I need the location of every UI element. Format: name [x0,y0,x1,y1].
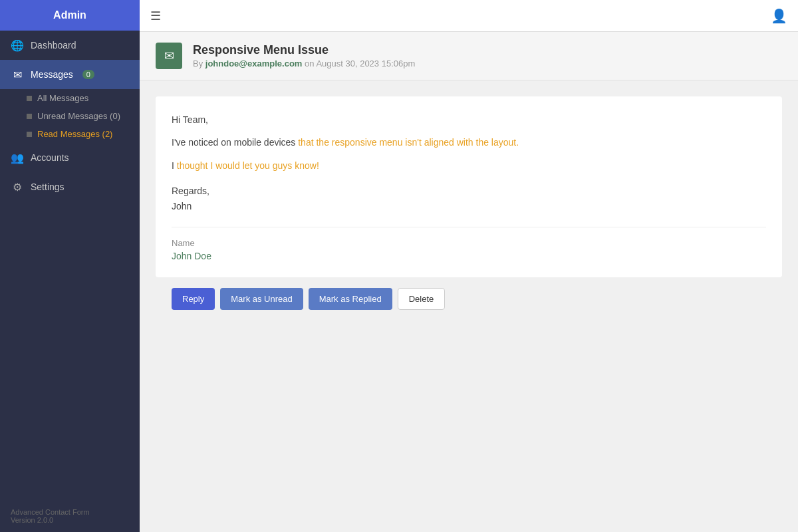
messages-badge: 0 [82,70,94,79]
sidebar-header: Admin [0,0,140,31]
sidebar-label-dashboard: Dashboard [31,40,76,51]
sub-dot-read [27,132,32,137]
sub-label-read: Read Messages (2) [37,129,112,139]
body-name-sign: John [172,199,766,213]
message-card: Hi Team, I've noticed on mobile devices … [156,96,782,277]
footer-line1: Advanced Contact Form [11,508,129,516]
sub-label-unread: Unread Messages (0) [37,111,120,121]
sidebar-sub-all-messages[interactable]: All Messages [0,89,140,107]
accounts-icon: 👥 [11,151,24,164]
body-line3-highlight: thought I would let you guys know! [177,160,319,171]
body-line3: I thought I would let you guys know! [172,158,766,173]
body-line3-normal: I [172,160,177,171]
body-line1: Hi Team, [172,112,766,127]
body-line2-normal: I've noticed on mobile devices [172,137,298,148]
body-line2: I've noticed on mobile devices that the … [172,135,766,150]
message-subject: Responsive Menu Issue [193,43,415,57]
dashboard-icon: 🌐 [11,39,24,52]
sidebar-label-messages: Messages [31,69,73,80]
message-body: Hi Team, I've noticed on mobile devices … [172,112,766,227]
settings-icon: ⚙ [11,180,24,194]
sidebar-sub-unread-messages[interactable]: Unread Messages (0) [0,107,140,125]
name-value: John Doe [172,251,766,261]
name-label: Name [172,238,766,248]
on-label: on [305,59,316,68]
sidebar-item-messages[interactable]: ✉ Messages 0 [0,60,140,89]
sub-label-all: All Messages [37,93,88,103]
sidebar-item-accounts[interactable]: 👥 Accounts [0,143,140,172]
sidebar-footer: Advanced Contact Form Version 2.0.0 [0,500,140,532]
sub-dot-all [27,96,32,101]
sidebar-item-settings[interactable]: ⚙ Settings [0,172,140,201]
action-buttons: Reply Mark as Unread Mark as Replied Del… [156,288,782,326]
mark-replied-button[interactable]: Mark as Replied [309,288,392,310]
sidebar-item-dashboard[interactable]: 🌐 Dashboard [0,31,140,60]
envelope-icon: ✉ [164,49,174,63]
body-line2-highlight: that the responsive menu isn't aligned w… [298,137,519,148]
menu-toggle-icon[interactable]: ☰ [150,9,161,23]
mark-unread-button[interactable]: Mark as Unread [220,288,303,310]
envelope-icon-box: ✉ [156,43,182,69]
message-date: August 30, 2023 15:06pm [316,59,415,68]
content-area: Hi Team, I've noticed on mobile devices … [140,80,798,532]
message-meta: By johndoe@example.com on August 30, 202… [193,59,415,68]
reply-button[interactable]: Reply [172,288,215,310]
sidebar: Admin 🌐 Dashboard ✉ Messages 0 All Messa… [0,0,140,532]
message-sender: johndoe@example.com [205,59,303,68]
delete-button[interactable]: Delete [398,288,446,310]
topbar: ☰ 👤 [140,0,798,32]
sub-dot-unread [27,114,32,119]
footer-line2: Version 2.0.0 [11,516,129,524]
messages-icon: ✉ [11,68,24,81]
sidebar-label-accounts: Accounts [31,152,69,163]
main-content: ☰ 👤 ✉ Responsive Menu Issue By johndoe@e… [140,0,798,532]
sidebar-label-settings: Settings [31,182,65,192]
sidebar-title: Admin [53,9,86,21]
by-label: By [193,59,203,68]
message-header: ✉ Responsive Menu Issue By johndoe@examp… [140,32,798,80]
user-profile-icon[interactable]: 👤 [771,8,787,24]
message-header-info: Responsive Menu Issue By johndoe@example… [193,43,415,68]
sidebar-sub-read-messages[interactable]: Read Messages (2) [0,125,140,143]
name-section: Name John Doe [172,227,766,261]
body-regards: Regards, [172,184,766,198]
